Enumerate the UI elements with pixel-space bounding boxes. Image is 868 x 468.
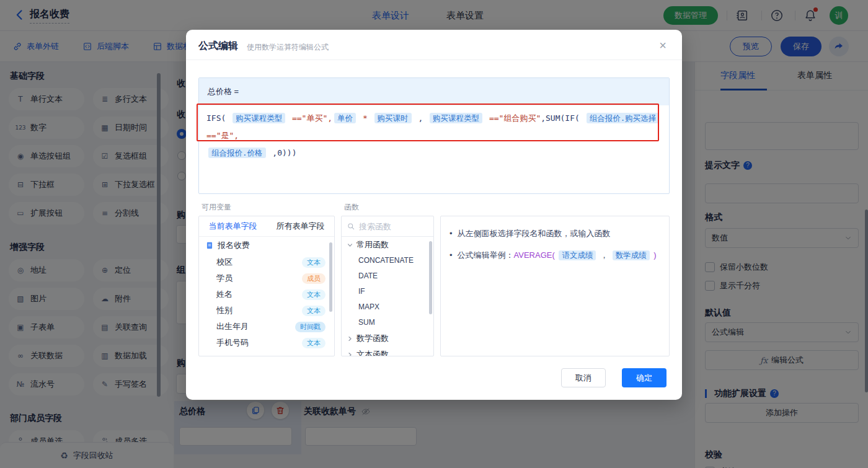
variables-scrollbar[interactable]: [329, 242, 332, 312]
variable-type-badge: 成员: [302, 273, 326, 284]
formula-code[interactable]: IFS( 购买课程类型 =="单买",单价 * 购买课时 , 购买课程类型 ==…: [199, 105, 669, 166]
caret-right-icon: [347, 335, 353, 342]
variable-type-badge: 文本: [302, 289, 326, 300]
close-icon[interactable]: ×: [656, 38, 670, 52]
caret-right-icon: [347, 351, 353, 357]
hints-panel: • 从左侧面板选择字段名和函数，或输入函数 • 公式编辑举例：AVERAGE( …: [440, 216, 670, 356]
formula-token: ,: [414, 113, 428, 123]
modal-header: 公式编辑 使用数学运算符编辑公式 ×: [186, 30, 682, 60]
formula-line: 组合报价.价格 ,0))): [206, 144, 662, 162]
variables-tabs: 当前表单字段 所有表单字段: [199, 216, 334, 237]
variable-row[interactable]: 出生年月时间戳: [199, 319, 334, 335]
formula-token: ,0))): [268, 148, 297, 157]
functions-scrollbar[interactable]: [429, 241, 432, 314]
function-item-concatenate[interactable]: CONCATENATE: [342, 253, 433, 268]
formula-token: =="组合购买": [484, 113, 541, 123]
search-icon: [347, 222, 355, 231]
function-item-if[interactable]: IF: [342, 284, 433, 299]
formula-field-chip[interactable]: 购买课程类型: [430, 113, 482, 123]
variables-label: 可用变量: [202, 202, 231, 213]
form-doc-icon: [205, 241, 214, 250]
formula-target-label: 总价格 =: [199, 78, 669, 105]
variables-root-node[interactable]: 报名收费: [199, 237, 334, 254]
function-search[interactable]: [342, 216, 433, 237]
modal-subtitle: 使用数学运算符编辑公式: [247, 42, 329, 53]
example-token: AVERAGE(: [514, 250, 557, 260]
hint-example: 公式编辑举例：AVERAGE( 语文成绩 ， 数学成绩 ): [458, 249, 657, 262]
function-group-label: 文本函数: [356, 349, 389, 356]
formula-field-chip[interactable]: 单价: [334, 113, 356, 123]
variable-type-badge: 文本: [302, 257, 326, 268]
variable-row[interactable]: 姓名文本: [199, 286, 334, 302]
function-group[interactable]: 文本函数: [342, 347, 433, 356]
formula-field-chip[interactable]: 组合报价.购买选择: [587, 113, 660, 123]
bullet: •: [450, 249, 453, 262]
formula-token: ,SUM(IF(: [541, 113, 584, 123]
variable-name: 性别: [216, 305, 232, 316]
formula-editor-modal: 公式编辑 使用数学运算符编辑公式 × 总价格 = IFS( 购买课程类型 =="…: [186, 30, 682, 400]
formula-token: =="单买",: [287, 113, 332, 123]
variable-name: 学员: [216, 273, 232, 284]
example-field-chip: 语文成绩: [559, 250, 596, 260]
formula-field-chip[interactable]: 购买课时: [374, 113, 412, 123]
hint-line-2: • 公式编辑举例：AVERAGE( 语文成绩 ， 数学成绩 ): [450, 249, 660, 262]
example-field-chip: 数学成绩: [613, 250, 650, 260]
tab-all-form-fields[interactable]: 所有表单字段: [267, 221, 334, 232]
modal-title: 公式编辑: [198, 40, 238, 53]
function-item-mapx[interactable]: MAPX: [342, 299, 433, 315]
formula-field-chip[interactable]: 组合报价.价格: [208, 148, 266, 158]
function-group-label: 常用函数: [356, 239, 389, 250]
variable-type-badge: 时间戳: [295, 322, 326, 332]
function-group[interactable]: 数学函数: [342, 330, 433, 347]
tab-current-form-fields[interactable]: 当前表单字段: [199, 221, 267, 232]
variable-name: 姓名: [216, 289, 232, 300]
variable-row[interactable]: 手机号码文本: [199, 335, 334, 351]
variable-row[interactable]: 校区文本: [199, 254, 334, 270]
hint-line-1: • 从左侧面板选择字段名和函数，或输入函数: [450, 227, 660, 241]
function-group-label: 数学函数: [356, 333, 389, 344]
cancel-button[interactable]: 取消: [561, 368, 606, 387]
example-token: ): [652, 250, 657, 260]
confirm-button[interactable]: 确定: [622, 368, 666, 387]
variable-type-badge: 文本: [302, 306, 326, 316]
variable-name: 手机号码: [216, 337, 249, 348]
variable-row[interactable]: 学员成员: [199, 270, 334, 286]
formula-token: =="是",: [206, 131, 239, 140]
function-search-input[interactable]: [359, 222, 421, 231]
function-group[interactable]: 常用函数: [342, 237, 433, 253]
example-token: 公式编辑举例：: [458, 250, 514, 260]
variable-row[interactable]: 性别文本: [199, 302, 334, 319]
bullet: •: [450, 227, 453, 241]
caret-down-icon: [347, 242, 353, 249]
formula-token: *: [358, 113, 372, 123]
functions-panel: 常用函数CONCATENATEDATEIFMAPXSUM数学函数文本函数: [341, 216, 434, 356]
function-item-sum[interactable]: SUM: [342, 315, 433, 330]
formula-editor-box[interactable]: 总价格 = IFS( 购买课程类型 =="单买",单价 * 购买课时 , 购买课…: [198, 77, 670, 194]
example-token: ，: [598, 250, 610, 260]
variables-root-label: 报名收费: [218, 240, 250, 251]
variables-panel: 当前表单字段 所有表单字段 报名收费 校区文本学员成员姓名文本性别文本出生年月时…: [198, 216, 335, 356]
variable-type-badge: 文本: [302, 338, 326, 348]
formula-token: IFS(: [206, 113, 231, 123]
formula-field-chip[interactable]: 购买课程类型: [232, 113, 285, 123]
hint-text-1: 从左侧面板选择字段名和函数，或输入函数: [458, 227, 611, 241]
functions-label: 函数: [344, 202, 359, 213]
function-item-date[interactable]: DATE: [342, 268, 433, 284]
formula-line: IFS( 购买课程类型 =="单买",单价 * 购买课时 , 购买课程类型 ==…: [206, 110, 662, 144]
variable-name: 出生年月: [216, 321, 249, 332]
variable-name: 校区: [216, 257, 232, 268]
